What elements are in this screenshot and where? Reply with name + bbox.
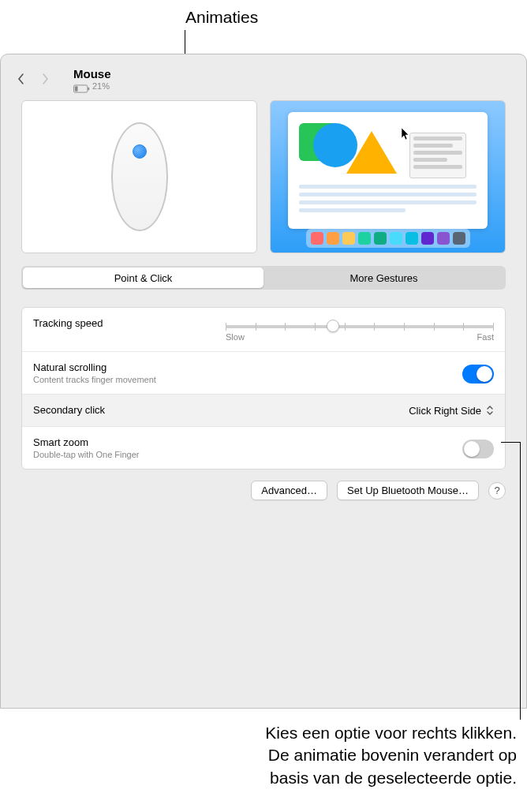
slider-fast-label: Fast: [477, 332, 494, 342]
footer-buttons: Advanced… Set Up Bluetooth Mouse… ?: [1, 470, 526, 511]
dock-app-icon: [311, 232, 323, 245]
dock-app-icon: [327, 232, 339, 245]
tracking-speed-slider[interactable]: Slow Fast: [226, 319, 494, 342]
up-down-chevron-icon: [486, 404, 494, 417]
secondary-click-popup[interactable]: Click Right Side: [409, 404, 494, 417]
dock-app-icon: [390, 232, 402, 245]
natural-scrolling-row: Natural scrolling Content tracks finger …: [22, 352, 505, 395]
tracking-speed-row: Tracking speed Slow Fast: [22, 308, 505, 352]
demo-text-lines: [299, 185, 477, 212]
smart-zoom-toggle[interactable]: [462, 440, 494, 458]
slider-slow-label: Slow: [226, 332, 245, 342]
smart-zoom-label: Smart zoom: [33, 436, 140, 448]
battery-icon: [73, 82, 91, 91]
battery-percentage: 21%: [92, 81, 110, 91]
svg-rect-2: [75, 86, 78, 91]
smart-zoom-sub: Double-tap with One Finger: [33, 450, 140, 459]
annotation-top-label: Animaties: [185, 8, 258, 27]
tab-more-gestures[interactable]: More Gestures: [264, 268, 504, 288]
demo-window: [288, 112, 488, 229]
setup-bluetooth-button[interactable]: Set Up Bluetooth Mouse…: [337, 481, 479, 500]
dock-app-icon: [342, 232, 355, 245]
settings-panel: Tracking speed Slow Fast Natural scrolli…: [21, 307, 506, 470]
slider-thumb[interactable]: [327, 320, 339, 332]
svg-rect-1: [88, 87, 89, 90]
annotation-line-right-vertical: [520, 442, 521, 720]
nav-forward-button[interactable]: [40, 72, 50, 86]
chevron-right-icon: [41, 73, 49, 85]
annotation-bottom-label: Kies een optie voor rechts klikken. De a…: [138, 722, 517, 789]
preferences-window: Mouse 21%: [0, 54, 527, 709]
mouse-touch-indicator: [133, 144, 147, 159]
natural-scrolling-label: Natural scrolling: [33, 361, 156, 373]
preview-row: [1, 100, 526, 253]
dock-app-icon: [421, 232, 434, 245]
demo-shapes: [299, 120, 477, 181]
tracking-speed-label: Tracking speed: [33, 317, 103, 329]
natural-scrolling-toggle[interactable]: [462, 365, 494, 384]
mouse-animation-preview: [21, 100, 257, 253]
page-title: Mouse: [73, 67, 111, 80]
nav-back-button[interactable]: [17, 72, 26, 86]
header-title-block: Mouse 21%: [73, 67, 111, 91]
smart-zoom-row: Smart zoom Double-tap with One Finger: [22, 427, 505, 469]
secondary-click-value: Click Right Side: [409, 405, 481, 417]
nav-arrows: [17, 72, 50, 86]
battery-status: 21%: [73, 81, 111, 91]
mouse-illustration: [111, 122, 168, 231]
natural-scrolling-sub: Content tracks finger movement: [33, 375, 156, 384]
desktop-animation-preview: [270, 100, 506, 253]
dock-app-icon: [453, 232, 465, 245]
help-button[interactable]: ?: [488, 482, 506, 500]
advanced-button[interactable]: Advanced…: [251, 481, 327, 500]
triangle-shape: [346, 131, 397, 174]
secondary-click-row: Secondary click Click Right Side: [22, 395, 505, 427]
demo-context-menu: [409, 133, 466, 178]
chevron-left-icon: [17, 73, 25, 85]
window-header: Mouse 21%: [1, 54, 526, 99]
dock-app-icon: [358, 232, 371, 245]
tab-segment-control: Point & Click More Gestures: [21, 266, 506, 290]
secondary-click-label: Secondary click: [33, 404, 105, 416]
demo-dock: [306, 229, 470, 248]
dock-app-icon: [406, 232, 418, 245]
tab-point-click[interactable]: Point & Click: [23, 268, 264, 288]
dock-app-icon: [374, 232, 387, 245]
dock-app-icon: [437, 232, 450, 245]
annotation-line-right: [501, 442, 521, 443]
